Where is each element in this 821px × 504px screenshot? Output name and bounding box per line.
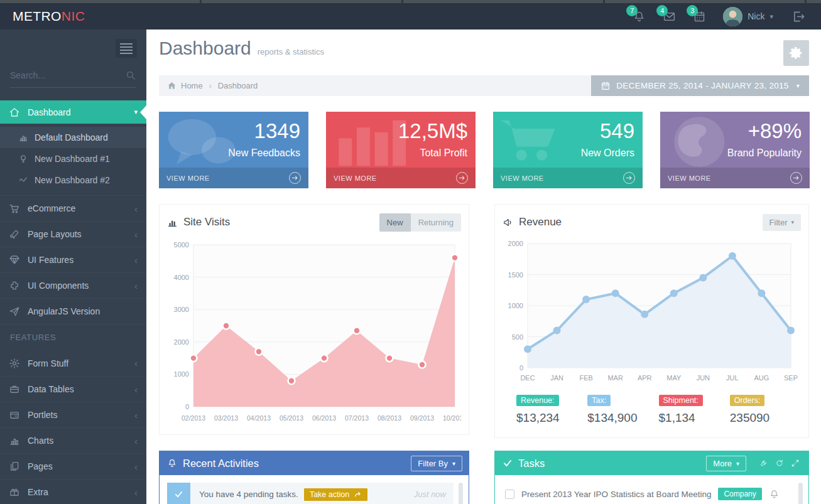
revenue-stat-value: $13,234 [516,411,587,425]
svg-text:APR: APR [638,374,652,382]
sidebar-item-label: Pages [28,461,53,471]
search-icon[interactable] [125,70,136,81]
sidebar-item-label: UI Features [28,255,73,265]
check-icon [503,458,513,468]
activity-row[interactable]: You have 4 pending tasks. Take action Ju… [167,483,454,504]
sidebar-item-default-dashboard[interactable]: Default Dashboard [0,127,146,148]
notifications-button[interactable]: 7 [633,10,646,23]
search-input[interactable] [10,70,125,80]
sidebar-item-new-dashboard-1[interactable]: New Dashboard #1 [0,148,146,169]
take-action-button[interactable]: Take action [304,488,367,501]
recent-activities-portlet: Recent Activities Filter By ▾ You have 4… [159,451,469,504]
toggle-returning-button[interactable]: Returning [411,213,461,232]
sidebar-item-page-layouts[interactable]: Page Layouts ‹ [0,221,146,247]
sidebar-item-pages[interactable]: Pages ‹ [0,453,146,479]
breadcrumb-separator: › [209,82,212,90]
scrollbar[interactable] [798,483,803,504]
sidebar-menu: Dashboard ▾ Default Dashboard New Dashbo… [0,100,146,504]
view-more-link[interactable]: VIEW MORE [501,174,544,182]
svg-text:03/2013: 03/2013 [214,414,238,422]
svg-text:0: 0 [185,403,189,410]
refresh-icon[interactable] [775,459,784,468]
sidebar-item-data-tables[interactable]: Data Tables ‹ [0,376,146,402]
chevron-down-icon: ▾ [797,82,800,89]
arrow-circle-icon[interactable] [623,172,635,184]
more-button[interactable]: More ▾ [706,456,746,471]
sidebar-toggler-icon[interactable] [116,39,137,58]
stat-card-new-orders[interactable]: 549 New Orders VIEW MORE [493,112,643,188]
rocket-icon [9,228,20,240]
stat-value: +89% [748,119,802,143]
expand-icon[interactable] [791,459,800,468]
stat-label: New Orders [581,147,634,159]
revenue-portlet: Revenue Filter ▾ 0500100015002000DECJANF… [494,204,809,438]
stat-card-brand-popularity[interactable]: +89% Brand Popularity VIEW MORE [660,112,810,188]
orders-stat-value: 235090 [730,411,801,425]
wrench-icon[interactable] [759,459,768,468]
sidebar-item-label: Default Dashboard [35,132,108,142]
tax-stat-badge: Tax: [587,395,611,406]
revenue-chart: 0500100015002000DECJANFEBMARAPRMAYJUNJUL… [503,237,801,384]
sidebar-item-new-dashboard-2[interactable]: New Dashboard #2 [0,169,146,191]
sidebar-item-ui-features[interactable]: UI Features ‹ [0,247,146,272]
svg-text:3000: 3000 [174,306,189,313]
date-range-picker[interactable]: DECEMBER 25, 2014 - JANUARY 23, 2015 ▾ [591,75,809,96]
sidebar-item-ui-components[interactable]: UI Components ‹ [0,272,146,298]
svg-text:4000: 4000 [174,274,189,281]
dashboard-submenu: Default Dashboard New Dashboard #1 New D… [0,124,146,195]
pages-icon [9,461,20,472]
todo-button[interactable]: 3 [693,10,706,23]
logo-text-red: NIC [62,9,85,23]
theme-settings-button[interactable] [783,40,809,66]
site-visits-chart: 01000200030004000500002/201303/201304/20… [167,237,461,424]
arrow-circle-icon[interactable] [456,172,468,184]
bell-icon[interactable] [769,489,780,500]
svg-text:1000: 1000 [174,370,189,378]
stat-card-total-profit[interactable]: 12,5M$ Total Profit VIEW MORE [326,112,476,188]
svg-text:08/2013: 08/2013 [378,414,401,422]
user-name: Nick [748,11,764,21]
sidebar-item-ecommerce[interactable]: eCommerce ‹ [0,195,146,221]
sidebar-item-angularjs-version[interactable]: AngularJS Version [0,298,146,324]
revenue-stats: Revenue: $13,234 Tax: $134,900 Shipment:… [503,394,801,425]
topbar-actions: 7 4 3 Nick ▾ [633,7,821,26]
filter-by-button[interactable]: Filter By ▾ [411,456,462,471]
inbox-button[interactable]: 4 [663,10,676,23]
cart-icon [496,115,577,168]
sidebar-item-label: Extra [28,487,48,497]
inbox-count-badge: 4 [656,5,668,16]
sidebar: Dashboard ▾ Default Dashboard New Dashbo… [0,29,146,504]
revenue-filter-button[interactable]: Filter ▾ [763,214,801,231]
chevron-left-icon: ‹ [134,255,138,265]
scrollbar[interactable] [459,483,463,504]
chevron-left-icon: ‹ [134,281,138,291]
shipment-stat-badge: Shipment: [659,395,703,406]
arrow-circle-icon[interactable] [790,172,802,184]
logo-text-white: METRO [13,9,62,23]
svg-text:05/2013: 05/2013 [280,414,303,422]
sidebar-item-portlets[interactable]: Portlets ‹ [0,402,146,427]
sidebar-item-charts[interactable]: Charts ‹ [0,427,146,453]
main-content: Dashboard reports & statistics Home › Da… [146,29,821,504]
globe-icon [663,115,744,168]
bar-chart-icon [167,217,178,228]
logo[interactable]: METRONIC [0,9,146,24]
sidebar-item-extra[interactable]: Extra ‹ [0,479,146,504]
breadcrumb-home-link[interactable]: Home [181,81,203,90]
logout-button[interactable] [791,9,806,24]
user-menu[interactable]: Nick ▾ [723,7,773,26]
view-more-link[interactable]: VIEW MORE [334,174,377,182]
paper-plane-icon [9,306,20,317]
todo-count-badge: 3 [687,5,698,16]
chevron-down-icon: ▾ [769,13,773,21]
stat-card-new-feedbacks[interactable]: 1349 New Feedbacks VIEW MORE [159,112,308,188]
view-more-link[interactable]: VIEW MORE [166,174,210,182]
task-row[interactable]: Present 2013 Year IPO Statistics at Boar… [505,488,788,500]
arrow-circle-icon[interactable] [289,172,301,184]
view-more-link[interactable]: VIEW MORE [668,174,711,182]
task-checkbox[interactable] [505,490,514,499]
sidebar-item-label: Charts [28,436,53,446]
toggle-new-button[interactable]: New [379,213,411,232]
sidebar-item-dashboard[interactable]: Dashboard ▾ [0,100,146,124]
sidebar-item-form-stuff[interactable]: Form Stuff ‹ [0,350,146,376]
